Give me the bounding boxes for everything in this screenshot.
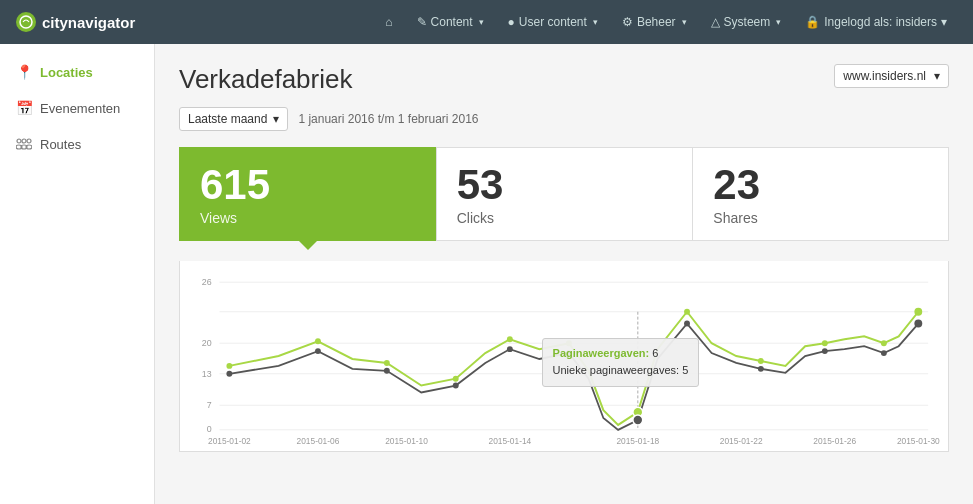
topnav-systeem[interactable]: △ Systeem ▾ (701, 9, 792, 35)
svg-text:13: 13 (202, 369, 212, 379)
svg-point-21 (453, 376, 459, 382)
stat-card-clicks: 53 Clicks (436, 147, 693, 241)
chart-area: 26 20 13 7 0 (179, 261, 949, 452)
stat-card-shares: 23 Shares (692, 147, 949, 241)
svg-point-38 (758, 366, 764, 372)
topnav-beheer[interactable]: ⚙ Beheer ▾ (612, 9, 697, 35)
period-value: Laatste maand (188, 112, 267, 126)
home-icon: ⌂ (385, 15, 392, 29)
evenementen-label: Evenementen (40, 101, 120, 116)
beheer-label: Beheer (637, 15, 676, 29)
svg-text:2015-01-18: 2015-01-18 (616, 436, 659, 446)
period-selector[interactable]: Laatste maand ▾ (179, 107, 288, 131)
sidebar-item-locaties[interactable]: 📍 Locaties (0, 54, 154, 90)
domain-caret-icon: ▾ (934, 69, 940, 83)
svg-point-32 (384, 368, 390, 374)
svg-text:26: 26 (202, 277, 212, 287)
svg-point-3 (22, 139, 26, 143)
svg-text:20: 20 (202, 338, 212, 348)
user-content-caret: ▾ (593, 17, 598, 27)
svg-point-29 (914, 308, 922, 316)
svg-point-44 (633, 415, 643, 425)
topnav-items: ⌂ ✎ Content ▾ ● User content ▾ ⚙ Beheer … (375, 9, 957, 35)
svg-point-40 (881, 350, 887, 356)
stat-card-views: 615 Views (179, 147, 436, 241)
svg-point-2 (27, 139, 31, 143)
svg-text:2015-01-14: 2015-01-14 (488, 436, 531, 446)
chart-container: 26 20 13 7 0 (190, 271, 938, 446)
svg-text:2015-01-10: 2015-01-10 (385, 436, 428, 446)
svg-point-20 (384, 360, 390, 366)
brand-name: citynavigator (42, 14, 135, 31)
svg-text:0: 0 (207, 424, 212, 434)
logged-in-caret: ▾ (941, 15, 947, 29)
svg-text:2015-01-22: 2015-01-22 (720, 436, 763, 446)
sidebar-item-routes[interactable]: Routes (0, 126, 154, 163)
shares-number: 23 (713, 164, 928, 206)
stat-cards: 615 Views 53 Clicks 23 Shares (179, 147, 949, 241)
svg-point-30 (226, 371, 232, 377)
svg-text:7: 7 (207, 400, 212, 410)
systeem-label: Systeem (724, 15, 771, 29)
svg-point-18 (226, 363, 232, 369)
filter-row: Laatste maand ▾ 1 januari 2016 t/m 1 feb… (179, 107, 949, 131)
views-number: 615 (200, 164, 416, 206)
user-content-label: User content (519, 15, 587, 29)
date-range: 1 januari 2016 t/m 1 februari 2016 (298, 112, 478, 126)
svg-point-35 (566, 350, 572, 356)
svg-text:2015-01-06: 2015-01-06 (297, 436, 340, 446)
svg-point-31 (315, 348, 321, 354)
sidebar-item-evenementen[interactable]: 📅 Evenementen (0, 90, 154, 126)
topnav-home[interactable]: ⌂ (375, 9, 402, 35)
topnav-content[interactable]: ✎ Content ▾ (407, 9, 494, 35)
systeem-caret: ▾ (776, 17, 781, 27)
content-label: Content (431, 15, 473, 29)
top-navigation: citynavigator ⌂ ✎ Content ▾ ● User conte… (0, 0, 973, 44)
svg-point-27 (822, 340, 828, 346)
routes-label: Routes (40, 137, 81, 152)
svg-point-22 (507, 336, 513, 342)
domain-value: www.insiders.nl (843, 69, 926, 83)
main-content: Verkadefabriek www.insiders.nl ▾ Laatste… (155, 44, 973, 504)
clicks-number: 53 (457, 164, 673, 206)
beheer-icon: ⚙ (622, 15, 633, 29)
locaties-label: Locaties (40, 65, 93, 80)
content-caret: ▾ (479, 17, 484, 27)
logged-in-label: Ingelogd als: insiders (824, 15, 937, 29)
svg-text:2015-01-30: 2015-01-30 (897, 436, 940, 446)
brand-icon (16, 12, 36, 32)
svg-point-34 (507, 346, 513, 352)
shares-label: Shares (713, 210, 928, 226)
chart-svg: 26 20 13 7 0 (190, 271, 938, 446)
period-caret-icon: ▾ (273, 112, 279, 126)
main-layout: 📍 Locaties 📅 Evenementen Routes Verkadef… (0, 44, 973, 504)
header-row: Verkadefabriek www.insiders.nl ▾ (179, 64, 949, 95)
svg-point-23 (566, 340, 572, 346)
topnav-logged-in[interactable]: 🔒 Ingelogd als: insiders ▾ (795, 9, 957, 35)
svg-point-28 (881, 340, 887, 346)
sidebar: 📍 Locaties 📅 Evenementen Routes (0, 44, 155, 504)
svg-point-41 (914, 320, 922, 328)
svg-point-39 (822, 348, 828, 354)
svg-point-0 (20, 16, 32, 28)
routes-icon (16, 136, 32, 153)
systeem-icon: △ (711, 15, 720, 29)
beheer-caret: ▾ (682, 17, 687, 27)
svg-point-33 (453, 383, 459, 389)
svg-point-25 (684, 309, 690, 315)
content-icon: ✎ (417, 15, 427, 29)
svg-point-26 (758, 358, 764, 364)
domain-selector[interactable]: www.insiders.nl ▾ (834, 64, 949, 88)
svg-point-19 (315, 338, 321, 344)
page-title: Verkadefabriek (179, 64, 352, 95)
user-icon: ● (508, 15, 515, 29)
svg-point-37 (684, 321, 690, 327)
views-label: Views (200, 210, 416, 226)
evenementen-icon: 📅 (16, 100, 32, 116)
lock-icon: 🔒 (805, 15, 820, 29)
svg-text:2015-01-26: 2015-01-26 (813, 436, 856, 446)
brand-logo[interactable]: citynavigator (16, 12, 135, 32)
svg-text:2015-01-02: 2015-01-02 (208, 436, 251, 446)
topnav-user-content[interactable]: ● User content ▾ (498, 9, 608, 35)
svg-point-1 (17, 139, 21, 143)
